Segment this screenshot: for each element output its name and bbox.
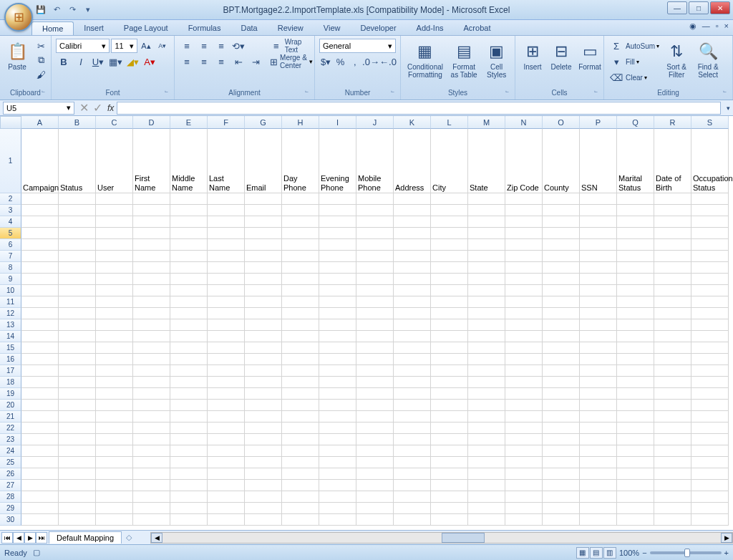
font-name-select[interactable]: Calibri▾ — [56, 39, 110, 53]
cell[interactable] — [394, 480, 431, 491]
tab-insert[interactable]: Insert — [74, 21, 114, 35]
cell[interactable] — [133, 239, 170, 251]
column-header[interactable]: G — [245, 116, 282, 129]
cell[interactable] — [96, 480, 133, 491]
cell[interactable] — [617, 434, 654, 445]
column-header[interactable]: D — [133, 116, 170, 129]
cell[interactable] — [133, 377, 170, 388]
cell[interactable] — [245, 365, 282, 377]
cell[interactable] — [319, 365, 356, 377]
column-header[interactable]: A — [21, 116, 59, 129]
cell[interactable] — [431, 205, 468, 216]
cell[interactable] — [319, 262, 356, 274]
cell[interactable] — [59, 239, 96, 251]
tab-data[interactable]: Data — [230, 21, 267, 35]
sheet-tab-default-mapping[interactable]: Default Mapping — [49, 531, 122, 544]
cell[interactable] — [543, 503, 580, 514]
currency-icon[interactable]: $▾ — [319, 54, 332, 69]
cell[interactable] — [543, 377, 580, 388]
cell[interactable] — [617, 228, 654, 239]
expand-formula-icon[interactable]: ▾ — [724, 105, 733, 112]
cell[interactable] — [170, 331, 208, 342]
cell[interactable] — [170, 445, 208, 457]
cell[interactable]: Status — [59, 129, 96, 193]
cell[interactable]: Date of Birth — [654, 129, 691, 193]
cell[interactable] — [505, 491, 543, 503]
cell[interactable] — [617, 285, 654, 296]
cell[interactable] — [59, 503, 96, 514]
cell[interactable] — [580, 514, 617, 526]
cell[interactable] — [394, 274, 431, 285]
cell[interactable] — [208, 216, 245, 228]
cell[interactable] — [319, 274, 356, 285]
cell[interactable] — [59, 411, 96, 423]
cell[interactable] — [468, 400, 505, 411]
cell[interactable] — [468, 251, 505, 262]
sheet-nav-last-icon[interactable]: ⏭ — [36, 532, 47, 544]
cell[interactable] — [21, 285, 59, 296]
wrap-text-icon[interactable]: ≡ — [269, 39, 283, 53]
cell[interactable] — [208, 205, 245, 216]
cell[interactable] — [505, 400, 543, 411]
cell[interactable] — [431, 491, 468, 503]
cell[interactable] — [580, 354, 617, 365]
cell[interactable] — [654, 434, 691, 445]
cell[interactable] — [617, 274, 654, 285]
cell[interactable] — [319, 445, 356, 457]
cell[interactable] — [505, 239, 543, 251]
cell[interactable] — [617, 411, 654, 423]
tab-developer[interactable]: Developer — [350, 21, 406, 35]
cell[interactable] — [654, 251, 691, 262]
cell[interactable] — [21, 377, 59, 388]
cell[interactable] — [431, 216, 468, 228]
cell[interactable] — [543, 491, 580, 503]
cell[interactable] — [96, 319, 133, 331]
cell[interactable] — [580, 411, 617, 423]
cell[interactable] — [282, 296, 319, 308]
cell[interactable] — [245, 216, 282, 228]
cell[interactable]: Address — [394, 129, 431, 193]
cell[interactable] — [505, 296, 543, 308]
cell[interactable] — [282, 365, 319, 377]
row-header[interactable]: 27 — [0, 480, 21, 491]
cell[interactable] — [654, 468, 691, 480]
cell[interactable] — [282, 262, 319, 274]
cell[interactable] — [431, 423, 468, 434]
cell[interactable] — [505, 388, 543, 400]
fill-button[interactable]: Fill — [626, 58, 635, 66]
cell[interactable] — [208, 296, 245, 308]
cell[interactable] — [21, 411, 59, 423]
zoom-level[interactable]: 100% — [619, 549, 639, 557]
cell[interactable] — [59, 342, 96, 354]
cell[interactable] — [431, 457, 468, 468]
cell[interactable] — [208, 445, 245, 457]
merge-center-button[interactable]: Merge & Center — [280, 54, 308, 69]
cell[interactable] — [468, 365, 505, 377]
cell[interactable] — [96, 457, 133, 468]
tab-review[interactable]: Review — [268, 21, 314, 35]
cell[interactable] — [96, 491, 133, 503]
cell[interactable] — [96, 411, 133, 423]
cell[interactable] — [282, 423, 319, 434]
cell[interactable] — [133, 216, 170, 228]
cell[interactable] — [245, 296, 282, 308]
cell[interactable] — [617, 468, 654, 480]
cell[interactable] — [543, 262, 580, 274]
row-header[interactable]: 18 — [0, 377, 21, 388]
cell[interactable] — [21, 216, 59, 228]
cell[interactable] — [133, 331, 170, 342]
cell[interactable] — [21, 434, 59, 445]
cell[interactable] — [468, 274, 505, 285]
cell[interactable] — [21, 331, 59, 342]
underline-icon[interactable]: U▾ — [90, 54, 106, 69]
orientation-icon[interactable]: ⟲▾ — [230, 39, 246, 53]
cell[interactable] — [580, 205, 617, 216]
cell[interactable] — [59, 193, 96, 205]
cell[interactable] — [394, 423, 431, 434]
cell[interactable] — [133, 445, 170, 457]
cell[interactable] — [356, 228, 394, 239]
cell[interactable] — [580, 377, 617, 388]
tab-add-ins[interactable]: Add-Ins — [407, 21, 454, 35]
align-bottom-icon[interactable]: ≡ — [213, 39, 229, 53]
cell[interactable] — [170, 468, 208, 480]
